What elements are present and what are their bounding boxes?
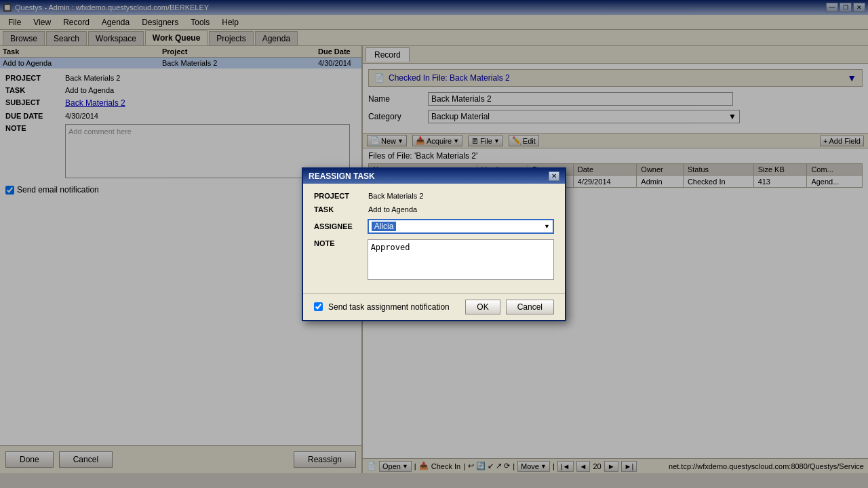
- modal-note-textarea[interactable]: Approved: [368, 239, 554, 280]
- modal-assignee-chevron-icon: ▼: [544, 223, 550, 230]
- modal-cancel-button[interactable]: Cancel: [506, 300, 554, 314]
- modal-task-value: Add to Agenda: [368, 205, 417, 214]
- modal-assignee-row: ASSIGNEE Alicia ▼: [314, 219, 554, 234]
- modal-project-value: Back Materials 2: [368, 192, 423, 200]
- modal-footer: Send task assignment notification OK Can…: [303, 293, 565, 320]
- modal-body: PROJECT Back Materials 2 TASK Add to Age…: [303, 184, 565, 293]
- modal-task-row: TASK Add to Agenda: [314, 205, 554, 214]
- modal-note-row: NOTE Approved: [314, 239, 554, 280]
- modal-overlay: REASSIGN TASK ✕ PROJECT Back Materials 2…: [0, 0, 868, 473]
- modal-ok-button[interactable]: OK: [465, 300, 500, 314]
- modal-project-label: PROJECT: [314, 192, 368, 200]
- modal-notification-label: Send task assignment notification: [328, 302, 450, 312]
- modal-assignee-label: ASSIGNEE: [314, 222, 368, 230]
- modal-assignee-value: Alicia: [372, 222, 397, 231]
- reassign-task-modal: REASSIGN TASK ✕ PROJECT Back Materials 2…: [302, 167, 566, 321]
- modal-close-button[interactable]: ✕: [549, 171, 559, 181]
- modal-note-label: NOTE: [314, 239, 368, 247]
- modal-title: REASSIGN TASK: [309, 171, 375, 181]
- modal-notification-checkbox[interactable]: [314, 302, 323, 311]
- modal-task-label: TASK: [314, 205, 368, 214]
- modal-assignee-select[interactable]: Alicia ▼: [368, 219, 554, 234]
- modal-title-bar: REASSIGN TASK ✕: [303, 169, 565, 184]
- modal-project-row: PROJECT Back Materials 2: [314, 192, 554, 200]
